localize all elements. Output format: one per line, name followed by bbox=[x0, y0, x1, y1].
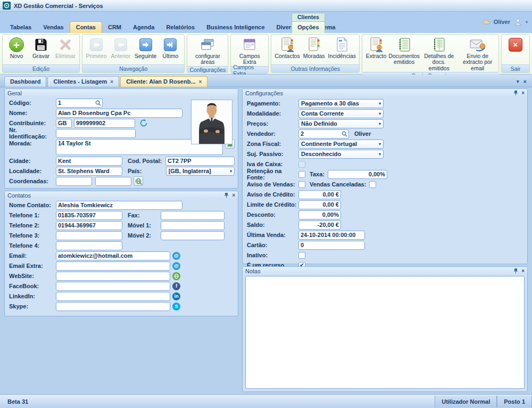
eliminar-button[interactable]: Eliminar bbox=[53, 36, 78, 60]
close-panel-icon[interactable]: × bbox=[521, 268, 525, 274]
pin-icon[interactable] bbox=[513, 268, 518, 274]
suj-passivo-select[interactable]: Desconhecido▾ bbox=[298, 150, 384, 159]
cod-postal-input[interactable] bbox=[165, 157, 235, 166]
email-at-icon[interactable]: @ bbox=[172, 252, 180, 260]
contribuinte-country-input[interactable] bbox=[56, 119, 72, 128]
saldo-input[interactable] bbox=[298, 221, 341, 230]
detalhes-docs-emitidos-button[interactable]: Detalhes de docs. emitidos bbox=[420, 36, 458, 72]
limite-credito-label: Limite de Crédito: bbox=[247, 201, 298, 208]
precos-select[interactable]: Não Definido▾ bbox=[298, 119, 384, 128]
pin-icon[interactable] bbox=[224, 192, 229, 198]
menu-tab-opcoes[interactable]: Opções bbox=[292, 21, 325, 33]
search-icon[interactable] bbox=[342, 131, 347, 137]
skype-input[interactable] bbox=[56, 302, 170, 311]
telefone3-input[interactable] bbox=[56, 231, 122, 240]
website-input[interactable] bbox=[56, 272, 170, 281]
zona-fiscal-select[interactable]: Continente Portugal▾ bbox=[298, 140, 384, 149]
fax-input[interactable] bbox=[161, 211, 225, 220]
pais-select[interactable]: [GB, Inglaterra] ▾ bbox=[166, 167, 235, 176]
modalidade-label: Modalidade: bbox=[247, 110, 298, 117]
primeiro-button[interactable]: Primeiro bbox=[84, 36, 109, 60]
tab-list-chevron-icon[interactable]: ▾ bbox=[517, 79, 519, 84]
inativo-checkbox[interactable] bbox=[298, 252, 305, 259]
geo-search-button[interactable] bbox=[134, 176, 143, 186]
extracto-button[interactable]: Extracto bbox=[364, 36, 388, 60]
moradas-button[interactable]: Moradas bbox=[302, 36, 327, 60]
close-tab-icon[interactable]: × bbox=[199, 79, 202, 85]
close-document-icon[interactable]: × bbox=[523, 78, 527, 85]
configurar-areas-button[interactable]: configurar áreas bbox=[189, 36, 226, 66]
pin-icon[interactable] bbox=[513, 90, 518, 96]
nome-input[interactable] bbox=[56, 109, 182, 118]
skype-icon[interactable]: S bbox=[172, 303, 180, 311]
ultimo-button[interactable]: Último bbox=[158, 36, 182, 60]
linkedin-icon[interactable]: in bbox=[172, 292, 180, 300]
iva-caixa-checkbox[interactable] bbox=[298, 161, 305, 168]
telefone2-input[interactable] bbox=[56, 221, 122, 230]
menu-tab-vendas[interactable]: Vendas bbox=[37, 22, 70, 33]
contribuinte-input[interactable] bbox=[74, 119, 135, 128]
menu-tab-crm[interactable]: CRM bbox=[102, 22, 127, 33]
movel2-input[interactable] bbox=[161, 231, 225, 240]
doc-tab-dashboard[interactable]: Dashboard bbox=[4, 76, 46, 87]
taxa-input[interactable] bbox=[328, 170, 387, 179]
nr-identificacao-input[interactable] bbox=[56, 129, 136, 138]
menu-tab-relatorios[interactable]: Relatórios bbox=[160, 22, 201, 33]
user-icon[interactable] bbox=[514, 18, 522, 26]
doc-tab-clientes-listagem[interactable]: Clientes - Listagem× bbox=[47, 76, 119, 87]
telefone4-input[interactable] bbox=[56, 241, 122, 250]
menu-tab-agenda[interactable]: Agenda bbox=[127, 22, 160, 33]
taxa-label: Taxa: bbox=[310, 171, 328, 177]
sair-button[interactable]: × bbox=[503, 36, 528, 54]
vendas-canceladas-checkbox[interactable] bbox=[369, 181, 376, 188]
envio-extracto-email-button[interactable]: Envio de extracto por email bbox=[458, 36, 497, 72]
aviso-vendas-checkbox[interactable] bbox=[298, 181, 305, 188]
coordenadas-lat-input[interactable] bbox=[56, 177, 92, 186]
cidade-input[interactable] bbox=[56, 157, 122, 166]
close-tab-icon[interactable]: × bbox=[110, 79, 113, 85]
gravar-button[interactable]: Gravar bbox=[29, 36, 53, 60]
nome-contato-input[interactable] bbox=[56, 201, 182, 210]
facebook-icon[interactable]: f bbox=[172, 282, 180, 290]
movel1-input[interactable] bbox=[161, 221, 225, 230]
notification-cloud-icon[interactable] bbox=[483, 20, 490, 25]
linkedin-input[interactable] bbox=[56, 292, 170, 301]
ultima-venda-input[interactable] bbox=[298, 231, 365, 240]
search-icon[interactable] bbox=[95, 100, 101, 106]
facebook-input[interactable] bbox=[56, 282, 170, 291]
contactos-button[interactable]: Contactos bbox=[273, 36, 301, 60]
close-panel-icon[interactable]: × bbox=[521, 90, 525, 96]
logged-user-name[interactable]: Oliver bbox=[494, 19, 510, 25]
campos-extra-button[interactable]: Campos Extra bbox=[232, 36, 267, 66]
menu-tab-tabelas[interactable]: Tabelas bbox=[4, 22, 37, 33]
email-input[interactable] bbox=[56, 251, 170, 260]
validate-vat-icon[interactable] bbox=[139, 119, 148, 127]
email-extra-input[interactable] bbox=[56, 262, 170, 271]
aviso-credito-input[interactable] bbox=[298, 190, 341, 199]
cartao-input[interactable] bbox=[298, 241, 365, 250]
notas-textarea[interactable] bbox=[245, 276, 525, 389]
menu-tab-contas[interactable]: Contas bbox=[70, 21, 102, 33]
retencao-checkbox[interactable] bbox=[298, 171, 305, 178]
close-panel-icon[interactable]: × bbox=[232, 192, 235, 198]
send-email-envelope-icon bbox=[470, 38, 486, 52]
seguinte-button[interactable]: Seguinte bbox=[133, 36, 158, 60]
telefone1-input[interactable] bbox=[56, 211, 122, 220]
documentos-emitidos-button[interactable]: Documentos emitidos bbox=[388, 36, 420, 66]
incidencias-button[interactable]: Incidências bbox=[327, 36, 358, 60]
status-posto[interactable]: Posto 1 bbox=[497, 396, 532, 407]
pagamento-select[interactable]: Pagamento a 30 dias▾ bbox=[298, 99, 384, 108]
email-extra-at-icon[interactable]: @ bbox=[172, 262, 180, 270]
anterior-button[interactable]: Anterior bbox=[109, 36, 133, 60]
menu-tab-business-inteligence[interactable]: Business Inteligence bbox=[201, 22, 270, 33]
website-globe-icon[interactable] bbox=[172, 272, 180, 280]
limite-credito-input[interactable] bbox=[298, 200, 341, 209]
novo-button[interactable]: + Novo bbox=[4, 36, 29, 60]
status-user-mode[interactable]: Utilizador Normal bbox=[435, 396, 497, 407]
user-menu-caret-icon[interactable]: ▾ bbox=[526, 20, 528, 25]
doc-tab-cliente-detalhe[interactable]: Cliente: Alan D Rosenb...× bbox=[120, 76, 207, 87]
coordenadas-lon-input[interactable] bbox=[95, 177, 131, 186]
desconto-input[interactable] bbox=[298, 210, 341, 219]
modalidade-select[interactable]: Conta Corrente▾ bbox=[298, 109, 384, 118]
localidade-input[interactable] bbox=[56, 167, 122, 176]
